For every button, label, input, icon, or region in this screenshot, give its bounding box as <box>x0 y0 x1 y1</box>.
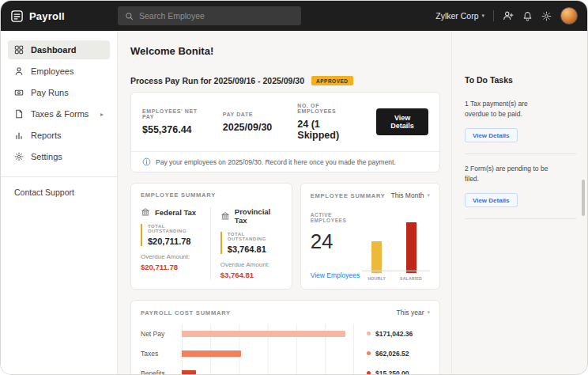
legend-value: $62,026.52 <box>375 350 409 358</box>
todo-view-details-button[interactable]: View Details <box>465 193 518 207</box>
salaried-bar <box>406 222 416 273</box>
federal-tax-name: Federal Tax <box>155 208 196 217</box>
app-body: Dashboard Employees Pay Runs Taxes & For… <box>1 31 587 374</box>
sidebar-item-taxes-forms[interactable]: Taxes & Forms ▸ <box>8 104 110 123</box>
pay-runs-icon <box>14 88 24 97</box>
cost-chart-legend: $171,042.36 $62,026.52 $15,250.00 $ <box>354 324 430 375</box>
legend-item: $171,042.36 <box>367 324 430 343</box>
sidebar-item-label: Pay Runs <box>31 88 69 97</box>
pay-run-title: Process Pay Run for 2025/09/16 - 2025/09… <box>130 76 304 85</box>
search-icon <box>125 12 134 21</box>
federal-outstanding-label: TOTAL OUTSTANDING <box>148 224 202 233</box>
pay-date-value: 2025/09/30 <box>223 122 273 133</box>
todo-view-details-button[interactable]: View Details <box>465 128 518 142</box>
mini-chart-baseline <box>362 271 430 271</box>
employee-summary-card: EMPLOYEE SUMMARY This Month ▾ ACTIVE EMP… <box>300 183 440 290</box>
sidebar-item-label: Employees <box>31 66 74 76</box>
add-user-button[interactable] <box>503 10 514 21</box>
sidebar-item-settings[interactable]: Settings <box>8 147 110 166</box>
salaried-bar-label: SALARIED <box>400 276 422 281</box>
tax-summary-title: EMPLOYEE SUMMARY <box>141 191 216 199</box>
pay-run-section-head: Process Pay Run for 2025/09/16 - 2025/09… <box>130 76 440 85</box>
view-employees-link[interactable]: View Employees <box>311 271 365 279</box>
net-pay-value: $55,376.44 <box>142 124 198 135</box>
bar-track <box>182 363 354 375</box>
tax-summary-card: EMPLOYEE SUMMARY Federal Tax TOTAL <box>130 183 292 290</box>
view-details-button[interactable]: View Details <box>376 108 428 135</box>
reports-icon <box>14 131 24 140</box>
legend-value: $171,042.36 <box>375 330 413 338</box>
app-logo[interactable]: Payroll <box>10 9 118 23</box>
main-content: Welcome Bonita! Process Pay Run for 2025… <box>118 31 451 374</box>
pay-run-stats: EMPLOYEES' NET PAY $55,376.44 PAY DATE 2… <box>131 93 439 151</box>
legend-item: $62,026.52 <box>367 343 430 363</box>
cost-chart-rows: Net Pay Taxes Benefits Deductions <box>141 324 354 375</box>
scrollbar[interactable] <box>582 180 585 216</box>
todo-item-text: 2 Form(s) are pending to be filed. <box>465 164 553 184</box>
sidebar: Dashboard Employees Pay Runs Taxes & For… <box>1 31 118 374</box>
federal-overdue-value: $20,711.78 <box>141 263 202 271</box>
topbar-actions: Zylker Corp ▾ <box>435 7 578 25</box>
payroll-cost-summary-card: PAYROLL COST SUMMARY This year ▾ Net Pay… <box>130 300 440 375</box>
active-employees-count: 24 <box>311 229 365 254</box>
employee-count-value: 24 (1 Skipped) <box>297 119 351 141</box>
pay-run-info-row: Pay your employees on 2025/09/30. Record… <box>131 151 439 172</box>
chart-row-net-pay: Net Pay <box>141 324 354 343</box>
year-selector[interactable]: This year ▾ <box>397 309 430 316</box>
todo-item-tax-payments: 1 Tax payment(s) are overdue to be paid.… <box>465 89 576 154</box>
sidebar-item-pay-runs[interactable]: Pay Runs <box>8 83 110 102</box>
taxes-forms-icon <box>14 109 24 119</box>
todo-title: To Do Tasks <box>465 75 576 85</box>
chevron-down-icon: ▾ <box>427 309 430 316</box>
pay-run-card: EMPLOYEES' NET PAY $55,376.44 PAY DATE 2… <box>130 92 440 172</box>
federal-overdue-label: Overdue Amount: <box>141 253 202 260</box>
salaried-bar-column: SALARIED <box>400 222 422 281</box>
employee-search[interactable] <box>118 6 301 25</box>
sidebar-item-label: Reports <box>31 131 62 140</box>
payroll-app: Payroll Zylker Corp ▾ <box>0 0 588 375</box>
federal-tax-column: Federal Tax TOTAL OUTSTANDING $20,711.78… <box>141 207 210 279</box>
employees-icon <box>14 66 24 76</box>
employee-count-stat: NO. OF EMPLOYEES 24 (1 Skipped) <box>297 103 351 141</box>
provincial-overdue-label: Overdue Amount: <box>220 261 282 268</box>
net-pay-stat: EMPLOYEES' NET PAY $55,376.44 <box>142 108 198 135</box>
app-title: Payroll <box>29 10 65 22</box>
federal-outstanding: TOTAL OUTSTANDING $20,711.78 <box>141 224 202 246</box>
provincial-outstanding-value: $3,764.81 <box>228 244 282 254</box>
avatar[interactable] <box>560 7 578 25</box>
legend-dot <box>367 331 371 335</box>
org-switcher[interactable]: Zylker Corp ▾ <box>435 11 484 21</box>
search-input[interactable] <box>139 11 294 21</box>
contact-support-link[interactable]: Contact Support <box>8 177 110 207</box>
sidebar-item-label: Taxes & Forms <box>31 109 89 119</box>
net-pay-bar <box>182 331 345 337</box>
legend-dot <box>367 351 371 355</box>
chart-row-taxes: Taxes <box>141 343 354 363</box>
sidebar-item-employees[interactable]: Employees <box>8 62 110 81</box>
topbar: Payroll Zylker Corp ▾ <box>1 1 587 31</box>
hourly-bar <box>371 241 382 273</box>
federal-tax-icon <box>141 207 150 217</box>
sidebar-item-label: Dashboard <box>31 45 76 55</box>
period-selector[interactable]: This Month ▾ <box>390 191 430 199</box>
sidebar-item-label: Settings <box>31 152 62 161</box>
provincial-tax-name: Provincial Tax <box>235 207 282 225</box>
tax-columns: Federal Tax TOTAL OUTSTANDING $20,711.78… <box>141 207 282 279</box>
notifications-button[interactable] <box>522 11 533 21</box>
pay-run-info-text: Pay your employees on 2025/09/30. Record… <box>156 158 396 166</box>
benefits-bar <box>182 370 196 375</box>
bar-track <box>182 324 354 343</box>
provincial-tax-column: Provincial Tax TOTAL OUTSTANDING $3,764.… <box>210 207 282 279</box>
todo-item-pending-forms: 2 Form(s) are pending to be filed. View … <box>465 154 576 219</box>
sidebar-item-dashboard[interactable]: Dashboard <box>8 40 110 59</box>
employee-type-chart: HOURLY SALARIED <box>365 204 430 281</box>
active-employees-block: ACTIVE EMPLOYEES 24 View Employees <box>311 204 365 281</box>
chevron-down-icon: ▾ <box>427 192 430 199</box>
sidebar-item-reports[interactable]: Reports <box>8 126 110 145</box>
bar-track <box>182 343 354 363</box>
legend-item: $15,250.00 <box>367 363 430 375</box>
pay-date-stat: PAY DATE 2025/09/30 <box>223 112 273 133</box>
tax-summary-head: EMPLOYEE SUMMARY <box>141 191 282 199</box>
settings-button[interactable] <box>541 11 552 21</box>
provincial-overdue-value: $3,764.81 <box>220 271 282 279</box>
